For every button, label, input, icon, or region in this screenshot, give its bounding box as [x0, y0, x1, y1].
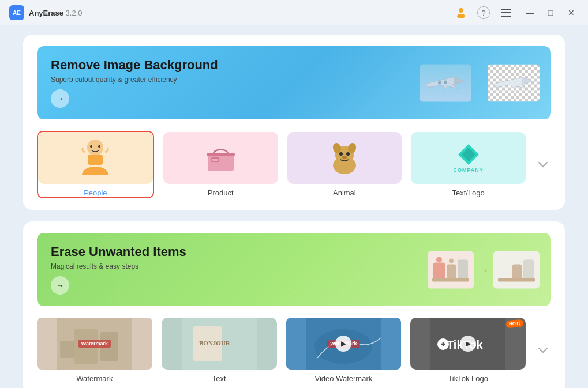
tiktok-play-icon[interactable]: ▶: [460, 336, 476, 352]
svg-rect-36: [60, 341, 74, 358]
svg-rect-32: [498, 278, 535, 281]
window-controls: — □ ✕: [522, 5, 579, 20]
people-thumbnail: [38, 132, 153, 184]
erase-banner-title: Erase Unwanted Items: [51, 244, 186, 259]
play-icon[interactable]: ▶: [335, 336, 351, 352]
category-animal[interactable]: Animal: [287, 132, 402, 197]
watermark-overlay-label: Watermark: [78, 340, 111, 348]
banner-image: →: [420, 64, 540, 101]
svg-rect-30: [512, 264, 522, 279]
svg-point-29: [449, 258, 454, 263]
svg-rect-25: [447, 264, 456, 279]
tiktok-label: TikTok Logo: [448, 374, 488, 383]
svg-rect-24: [433, 262, 445, 280]
svg-rect-27: [432, 278, 469, 281]
svg-rect-11: [208, 154, 234, 171]
plane-original-image: [420, 64, 471, 101]
hot-badge: HOT!: [506, 319, 524, 329]
erase-tiktok-logo[interactable]: TikTok ▶ HOT! TikTok Logo: [410, 318, 526, 383]
svg-point-1: [457, 14, 465, 18]
close-button[interactable]: ✕: [564, 5, 579, 20]
video-watermark-thumbnail: Watermark ▶: [286, 318, 402, 370]
svg-rect-2: [501, 9, 511, 10]
app-logo: AE: [9, 5, 24, 20]
categories-expand-button[interactable]: [535, 157, 551, 173]
svg-point-21: [342, 156, 347, 159]
remove-bg-banner: Remove Image Background Superb cutout qu…: [37, 46, 551, 119]
erase-banner-text: Erase Unwanted Items Magical results & e…: [51, 244, 186, 295]
erase-arrow-button[interactable]: →: [51, 276, 69, 295]
erase-banner-image: →: [428, 251, 540, 288]
titlebar-left: AE AnyErase 3.2.0: [9, 5, 83, 20]
titlebar-right: ? — □ ✕: [453, 5, 579, 21]
banner-arrow-button[interactable]: →: [51, 89, 69, 108]
svg-rect-14: [207, 153, 235, 156]
text-thumbnail: BONJOUR: [162, 318, 277, 370]
svg-point-5: [438, 81, 441, 85]
help-icon[interactable]: ?: [477, 6, 490, 19]
svg-rect-4: [501, 16, 511, 17]
svg-rect-13: [212, 159, 218, 161]
remove-bg-card: Remove Image Background Superb cutout qu…: [23, 35, 565, 210]
watermark-label: Watermark: [76, 374, 113, 383]
textlogo-thumbnail: COMPANY: [411, 132, 526, 184]
svg-point-19: [339, 152, 343, 156]
category-people[interactable]: People: [37, 131, 154, 198]
product-thumbnail: [163, 132, 278, 184]
svg-rect-8: [88, 155, 103, 165]
category-product[interactable]: Product: [163, 132, 278, 197]
svg-point-9: [90, 145, 92, 148]
erase-banner: Erase Unwanted Items Magical results & e…: [37, 233, 551, 306]
banner-text-left: Remove Image Background Superb cutout qu…: [51, 58, 218, 108]
erase-before-image: [428, 251, 474, 288]
product-label: Product: [208, 189, 234, 197]
animal-label: Animal: [333, 189, 356, 197]
svg-point-20: [346, 152, 350, 156]
minimize-button[interactable]: —: [522, 5, 537, 20]
erase-thumbnails: Watermark Watermark BONJOUR Text: [37, 318, 551, 383]
tiktok-thumbnail: TikTok ▶ HOT!: [410, 318, 526, 370]
textlogo-label: Text/Logo: [452, 189, 484, 197]
svg-text:BONJOUR: BONJOUR: [199, 340, 231, 346]
svg-point-10: [98, 145, 100, 148]
erase-watermark[interactable]: Watermark Watermark: [37, 318, 152, 383]
svg-rect-3: [501, 12, 511, 13]
titlebar: AE AnyErase 3.2.0 ? — □ ✕: [0, 0, 588, 25]
video-watermark-label: Video Watermark: [315, 374, 373, 383]
logo-diamond-icon: COMPANY: [453, 143, 483, 173]
erase-items-card: Erase Unwanted Items Magical results & e…: [23, 221, 565, 388]
app-name: AnyErase 3.2.0: [29, 9, 83, 17]
svg-point-7: [87, 140, 103, 156]
text-label: Text: [212, 374, 226, 383]
avatar-icon[interactable]: [453, 5, 469, 21]
erase-text[interactable]: BONJOUR Text: [162, 318, 277, 383]
svg-point-6: [444, 81, 447, 84]
erase-arrow-icon: →: [477, 262, 490, 277]
maximize-button[interactable]: □: [543, 5, 558, 20]
svg-point-0: [459, 8, 463, 13]
animal-thumbnail: [287, 132, 402, 184]
category-textlogo[interactable]: COMPANY Text/Logo: [411, 132, 526, 197]
banner-title: Remove Image Background: [51, 58, 218, 73]
erase-categories-expand-button[interactable]: [535, 342, 551, 359]
erase-banner-subtitle: Magical results & easy steps: [51, 262, 186, 270]
erase-video-watermark[interactable]: Watermark ▶ Video Watermark: [286, 318, 402, 383]
svg-rect-31: [523, 259, 534, 279]
transform-arrow-icon: →: [474, 76, 485, 89]
people-label: People: [84, 189, 107, 197]
banner-subtitle: Superb cutout quality & greater efficien…: [51, 76, 218, 84]
category-thumbnails: People Product: [37, 131, 551, 198]
menu-icon[interactable]: [498, 5, 514, 21]
erase-after-image: [493, 251, 540, 288]
svg-rect-26: [458, 259, 468, 279]
plane-result-image: [488, 64, 540, 101]
svg-point-28: [436, 257, 442, 262]
watermark-thumbnail: Watermark: [37, 318, 152, 370]
main-content: Remove Image Background Superb cutout qu…: [0, 25, 588, 388]
